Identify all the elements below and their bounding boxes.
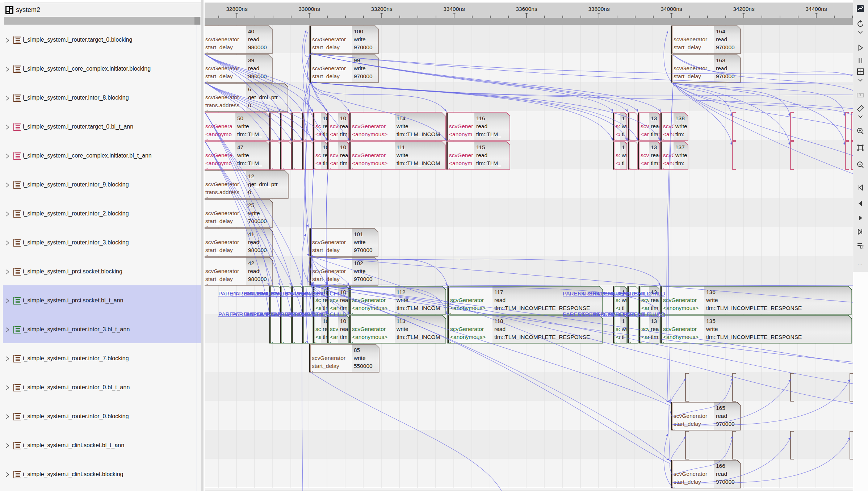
svg-text:10: 10 bbox=[340, 115, 347, 121]
svg-text:write: write bbox=[353, 36, 366, 42]
svg-text:..: .. bbox=[270, 338, 273, 344]
svg-text:116: 116 bbox=[476, 115, 485, 121]
svg-text:<anonym: <anonym bbox=[449, 131, 472, 137]
svg-text:39: 39 bbox=[248, 57, 254, 63]
svg-text:read: read bbox=[248, 268, 259, 274]
svg-text:..: .. bbox=[205, 106, 209, 112]
svg-text:..: .. bbox=[661, 135, 664, 141]
svg-text:PARENT_CHILD: PARENT_CHILD bbox=[623, 290, 665, 297]
svg-text:write: write bbox=[675, 152, 687, 158]
svg-text:10: 10 bbox=[340, 318, 347, 324]
svg-text:..: .. bbox=[672, 48, 675, 54]
svg-text:..: .. bbox=[672, 425, 675, 431]
svg-text:tlm:: tlm: bbox=[651, 334, 660, 340]
svg-text:write: write bbox=[353, 65, 366, 71]
svg-text:<anonymous>: <anonymous> bbox=[352, 131, 387, 137]
svg-text:scvGenerator: scvGenerator bbox=[450, 297, 484, 303]
svg-text:..: .. bbox=[314, 338, 317, 344]
svg-text:102: 102 bbox=[354, 260, 363, 266]
svg-text:scvGenerator: scvGenerator bbox=[352, 152, 386, 158]
svg-text:start_delay: start_delay bbox=[312, 247, 340, 253]
svg-text:..: .. bbox=[303, 135, 306, 141]
svg-text:start_delay: start_delay bbox=[674, 421, 701, 427]
svg-text:scvGenera: scvGenera bbox=[205, 123, 232, 129]
svg-text:read: read bbox=[476, 152, 487, 158]
svg-text:write: write bbox=[237, 123, 249, 129]
svg-text:write: write bbox=[353, 355, 366, 361]
svg-text:start_delay: start_delay bbox=[312, 73, 340, 79]
svg-text:33800ns: 33800ns bbox=[588, 6, 610, 12]
svg-text:..: .. bbox=[205, 251, 209, 257]
svg-text:165: 165 bbox=[716, 405, 725, 411]
svg-text:tlm:: tlm: bbox=[651, 160, 660, 166]
svg-text:13: 13 bbox=[651, 144, 657, 150]
svg-text:..: .. bbox=[205, 135, 209, 141]
svg-text:..: .. bbox=[292, 135, 295, 141]
svg-text:..: .. bbox=[205, 280, 209, 286]
svg-text:..: .. bbox=[448, 309, 452, 315]
svg-text:write: write bbox=[706, 326, 718, 332]
svg-text:scvGenerator: scvGenerator bbox=[205, 239, 239, 245]
svg-text:..: .. bbox=[350, 309, 353, 315]
svg-text:<anonymous>: <anonymous> bbox=[663, 334, 699, 340]
svg-text:..: .. bbox=[205, 48, 209, 54]
svg-text:..: .. bbox=[270, 135, 273, 141]
svg-text:980000: 980000 bbox=[248, 276, 267, 282]
svg-text:42: 42 bbox=[248, 260, 254, 266]
svg-text:scvGenerator: scvGenerator bbox=[674, 36, 707, 42]
svg-text:tlm::TLM_INCOM: tlm::TLM_INCOM bbox=[397, 334, 440, 340]
svg-text:..: .. bbox=[292, 164, 295, 170]
svg-text:..: .. bbox=[281, 135, 284, 141]
svg-text:980000: 980000 bbox=[248, 73, 267, 79]
svg-text:..: .. bbox=[661, 338, 664, 344]
svg-text:write: write bbox=[353, 268, 366, 274]
svg-text:scvGenerator: scvGenerator bbox=[674, 65, 707, 71]
svg-text:..: .. bbox=[639, 135, 642, 141]
svg-text:tlm::TLM_: tlm::TLM_ bbox=[476, 160, 501, 166]
svg-text:111: 111 bbox=[397, 144, 405, 150]
svg-text:138: 138 bbox=[675, 115, 685, 121]
svg-text:start_delay: start_delay bbox=[312, 44, 340, 50]
svg-text:tlm:: tlm: bbox=[675, 131, 684, 137]
svg-text:50: 50 bbox=[237, 115, 244, 121]
svg-text:scvGenerator: scvGenerator bbox=[205, 36, 239, 42]
svg-text:..: .. bbox=[629, 135, 632, 141]
svg-text:start_delay: start_delay bbox=[205, 276, 233, 282]
svg-text:write: write bbox=[396, 326, 408, 332]
svg-text:..: .. bbox=[350, 338, 353, 344]
svg-text:scvGenerator: scvGenerator bbox=[312, 355, 345, 361]
svg-text:40: 40 bbox=[248, 28, 255, 34]
svg-text:scvGenerator: scvGenerator bbox=[312, 65, 346, 71]
svg-text:..: .. bbox=[205, 222, 209, 228]
svg-text:970000: 970000 bbox=[354, 247, 373, 253]
svg-text:read: read bbox=[248, 36, 259, 42]
svg-text:tl: tl bbox=[622, 131, 625, 137]
svg-text:33400ns: 33400ns bbox=[443, 6, 465, 12]
svg-text:start_delay: start_delay bbox=[205, 247, 233, 253]
svg-text:..: .. bbox=[314, 135, 317, 141]
svg-text:970000: 970000 bbox=[716, 44, 735, 50]
svg-text:scvGenerator: scvGenerator bbox=[312, 239, 346, 245]
svg-text:1: 1 bbox=[622, 318, 625, 324]
svg-text:get_dmi_ptr: get_dmi_ptr bbox=[248, 94, 278, 100]
svg-text:34000ns: 34000ns bbox=[661, 6, 682, 12]
svg-text:112: 112 bbox=[397, 289, 406, 295]
svg-text:tlm::TLM_INCOMPLETE_RESPONSE: tlm::TLM_INCOMPLETE_RESPONSE bbox=[494, 334, 590, 340]
svg-text:..: .. bbox=[328, 135, 331, 141]
svg-text:..: .. bbox=[447, 164, 450, 170]
svg-text:13: 13 bbox=[651, 115, 657, 121]
svg-text:10: 10 bbox=[340, 144, 347, 150]
svg-text:163: 163 bbox=[716, 57, 725, 63]
svg-text:..: .. bbox=[614, 135, 617, 141]
svg-text:..: .. bbox=[614, 338, 617, 344]
svg-text:start_delay: start_delay bbox=[205, 73, 233, 79]
svg-text:tlm::TLM_INCOM: tlm::TLM_INCOM bbox=[397, 160, 440, 166]
svg-text:start_delay: start_delay bbox=[205, 218, 233, 224]
svg-text:..: .. bbox=[281, 164, 284, 170]
svg-text:..: .. bbox=[303, 338, 306, 344]
svg-text:PARENT_CHILD: PARENT_CHILD bbox=[304, 290, 347, 297]
svg-text:PARENT_CHILD: PARENT_CHILD bbox=[623, 311, 665, 317]
svg-text:550000: 550000 bbox=[354, 363, 373, 369]
svg-text:trans.address: trans.address bbox=[205, 102, 239, 108]
svg-text:PARENT_CHILD: PARENT_CHILD bbox=[304, 311, 347, 317]
